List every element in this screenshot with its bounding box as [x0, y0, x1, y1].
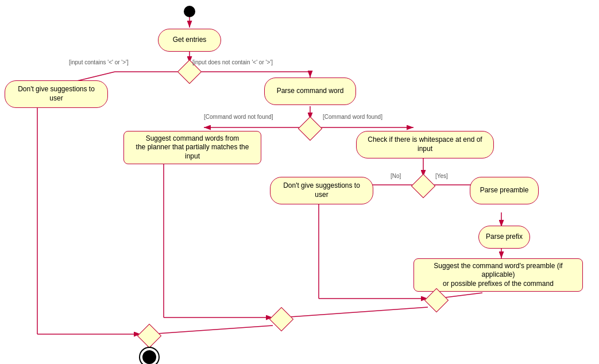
- label-cmd-not-found: [Command word not found]: [204, 114, 273, 120]
- suggest-cmd-label: Suggest command words fromthe planner th…: [130, 134, 255, 161]
- label-cmd-found: [Command word found]: [323, 114, 382, 120]
- label-input-contains: [input contains '<' or '>']: [69, 59, 129, 65]
- label-yes: [Yes]: [435, 173, 448, 179]
- check-whitespace-node: Check if there is whitespace at end of i…: [356, 131, 494, 158]
- end-node: [142, 350, 156, 364]
- suggest-preamble-node: Suggest the command word's preamble (if …: [413, 258, 583, 292]
- suggest-command-words-node: Suggest command words fromthe planner th…: [123, 131, 261, 164]
- label-no: [No]: [391, 173, 401, 179]
- label-input-not-contains: [input does not contain '<' or '>']: [192, 59, 273, 65]
- svg-line-18: [281, 307, 428, 317]
- svg-line-21: [149, 326, 273, 334]
- dont-give-suggestions-2: Don't give suggestions to user: [270, 177, 373, 204]
- parse-preamble-node: Parse preamble: [470, 177, 539, 204]
- suggest-preamble-label: Suggest the command word's preamble (if …: [420, 262, 577, 289]
- parse-command-word-node: Parse command word: [264, 78, 356, 105]
- start-node: [184, 6, 195, 17]
- diagram-container: Get entries [input contains '<' or '>'] …: [0, 0, 599, 364]
- parse-prefix-node: Parse prefix: [478, 226, 530, 249]
- get-entries-node: Get entries: [158, 29, 221, 52]
- dont-give-suggestions-1: Don't give suggestions to user: [5, 80, 108, 108]
